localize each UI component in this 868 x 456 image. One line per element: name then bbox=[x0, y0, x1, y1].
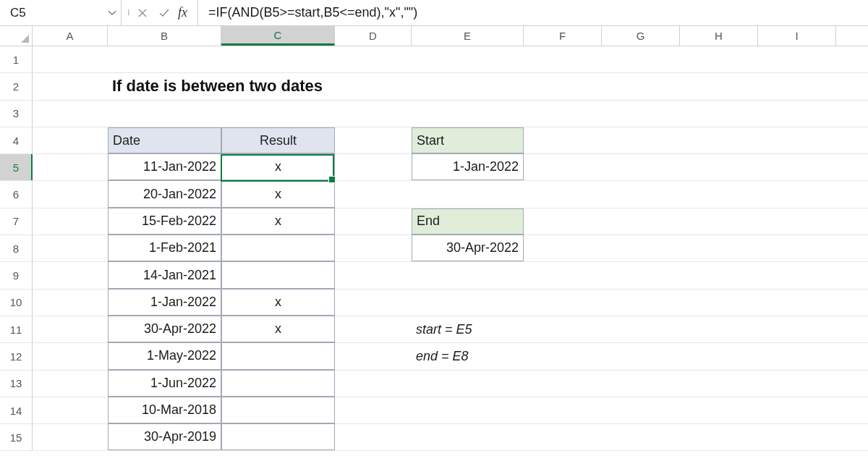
table-row[interactable] bbox=[221, 397, 335, 423]
cell[interactable] bbox=[412, 46, 524, 72]
table-row[interactable]: 10-Mar-2018 bbox=[108, 397, 221, 423]
cell[interactable] bbox=[335, 181, 412, 207]
table-row[interactable]: x bbox=[221, 208, 335, 235]
table-row[interactable]: x bbox=[221, 316, 335, 342]
cell[interactable] bbox=[335, 46, 412, 72]
cell[interactable] bbox=[33, 262, 108, 288]
row-header[interactable]: 1 bbox=[0, 46, 33, 72]
col-header-g[interactable]: G bbox=[602, 26, 680, 46]
cell[interactable] bbox=[33, 235, 108, 261]
row-header[interactable]: 9 bbox=[0, 262, 33, 288]
cell[interactable] bbox=[412, 371, 524, 397]
cell[interactable] bbox=[335, 101, 412, 127]
cell[interactable] bbox=[33, 397, 108, 423]
table-row[interactable]: 15-Feb-2022 bbox=[108, 208, 221, 235]
table-row[interactable] bbox=[221, 423, 335, 450]
cell[interactable] bbox=[412, 101, 524, 127]
table-row[interactable] bbox=[221, 342, 335, 369]
cell[interactable] bbox=[335, 397, 412, 423]
row-header[interactable]: 4 bbox=[0, 127, 33, 153]
table-header-date[interactable]: Date bbox=[108, 127, 221, 153]
table-row[interactable]: 1-Feb-2021 bbox=[108, 235, 221, 261]
col-header-f[interactable]: F bbox=[524, 26, 602, 46]
row-header[interactable]: 2 bbox=[0, 73, 33, 99]
cell[interactable] bbox=[335, 154, 412, 180]
cell[interactable] bbox=[221, 46, 335, 72]
table-row[interactable] bbox=[221, 370, 335, 397]
cell[interactable] bbox=[108, 46, 221, 72]
cell[interactable] bbox=[33, 208, 108, 235]
row-header[interactable]: 14 bbox=[0, 397, 33, 423]
cell[interactable] bbox=[335, 127, 412, 153]
cell[interactable] bbox=[33, 316, 108, 342]
table-row[interactable]: x bbox=[221, 289, 335, 316]
row-header[interactable]: 10 bbox=[0, 290, 33, 316]
col-header-e[interactable]: E bbox=[412, 26, 524, 46]
cell[interactable] bbox=[33, 371, 108, 397]
col-header-b[interactable]: B bbox=[108, 26, 221, 46]
table-row[interactable]: 30-Apr-2022 bbox=[108, 316, 221, 342]
table-row[interactable]: x bbox=[221, 180, 335, 207]
end-value[interactable]: 30-Apr-2022 bbox=[412, 235, 524, 261]
row-header[interactable]: 15 bbox=[0, 424, 33, 450]
cell[interactable] bbox=[412, 290, 524, 316]
col-header-a[interactable]: A bbox=[33, 26, 108, 46]
cell[interactable] bbox=[412, 181, 524, 207]
table-row[interactable] bbox=[221, 261, 335, 288]
table-row[interactable]: 11-Jan-2022 bbox=[108, 153, 221, 180]
row-header[interactable]: 6 bbox=[0, 181, 33, 207]
fx-icon[interactable]: fx bbox=[178, 5, 187, 20]
start-value[interactable]: 1-Jan-2022 bbox=[412, 153, 524, 180]
table-row[interactable]: 1-Jun-2022 bbox=[108, 370, 221, 397]
cell[interactable] bbox=[335, 208, 412, 235]
cell[interactable] bbox=[33, 424, 108, 450]
start-label[interactable]: Start bbox=[412, 127, 524, 153]
enter-button[interactable] bbox=[155, 4, 174, 22]
cell[interactable] bbox=[33, 181, 108, 207]
row-header[interactable]: 5 bbox=[0, 154, 33, 180]
row-header[interactable]: 3 bbox=[0, 101, 33, 127]
cell[interactable] bbox=[412, 424, 524, 450]
cell[interactable] bbox=[335, 343, 412, 369]
col-header-d[interactable]: D bbox=[335, 26, 412, 46]
table-row[interactable]: 1-May-2022 bbox=[108, 342, 221, 369]
cell[interactable] bbox=[33, 154, 108, 180]
cell[interactable] bbox=[335, 316, 412, 342]
col-header-h[interactable]: H bbox=[680, 26, 758, 46]
name-box-dropdown[interactable] bbox=[103, 9, 121, 17]
table-row[interactable] bbox=[221, 235, 335, 261]
row-header[interactable]: 7 bbox=[0, 208, 33, 235]
col-header-i[interactable]: I bbox=[758, 26, 836, 46]
table-row[interactable]: 14-Jan-2021 bbox=[108, 261, 221, 288]
table-header-result[interactable]: Result bbox=[221, 127, 335, 153]
cell[interactable] bbox=[33, 73, 108, 99]
table-row[interactable]: 1-Jan-2022 bbox=[108, 289, 221, 316]
row-header[interactable]: 11 bbox=[0, 316, 33, 342]
row-header[interactable]: 12 bbox=[0, 343, 33, 369]
col-header-c[interactable]: C bbox=[221, 26, 335, 46]
cell[interactable] bbox=[221, 73, 335, 99]
cell[interactable] bbox=[335, 262, 412, 288]
end-label[interactable]: End bbox=[412, 208, 524, 235]
row-header[interactable]: 8 bbox=[0, 235, 33, 261]
cell[interactable] bbox=[221, 101, 335, 127]
row-header[interactable]: 13 bbox=[0, 371, 33, 397]
cancel-button[interactable] bbox=[133, 4, 152, 22]
formula-input[interactable]: =IF(AND(B5>=start,B5<=end),"x","") bbox=[198, 0, 868, 25]
cell[interactable] bbox=[33, 101, 108, 127]
cell[interactable] bbox=[412, 397, 524, 423]
cell[interactable] bbox=[335, 371, 412, 397]
cell[interactable] bbox=[412, 262, 524, 288]
cell[interactable] bbox=[108, 101, 221, 127]
table-row[interactable]: 20-Jan-2022 bbox=[108, 180, 221, 207]
cell[interactable] bbox=[412, 73, 524, 99]
cell[interactable] bbox=[335, 73, 412, 99]
table-row[interactable]: 30-Apr-2019 bbox=[108, 423, 221, 450]
name-box[interactable]: C5 bbox=[10, 1, 103, 25]
cell[interactable] bbox=[33, 290, 108, 316]
cell[interactable] bbox=[335, 235, 412, 261]
cell[interactable] bbox=[335, 424, 412, 450]
table-row[interactable]: x bbox=[221, 153, 335, 180]
select-all-corner[interactable] bbox=[0, 26, 33, 46]
cell[interactable] bbox=[33, 343, 108, 369]
